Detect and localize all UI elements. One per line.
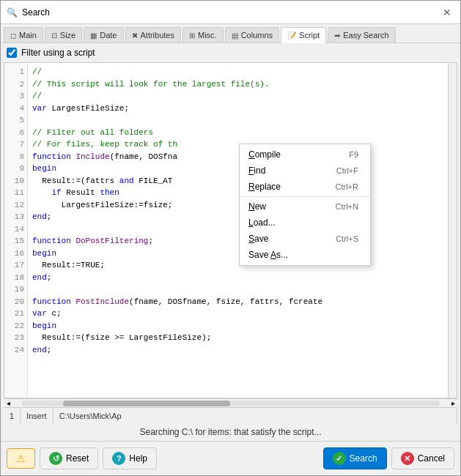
help-label: Help: [129, 453, 147, 464]
tab-main[interactable]: ◻ Main: [4, 27, 43, 42]
menu-save-as-label: Save As...: [248, 250, 300, 260]
menu-item-save[interactable]: Save Ctrl+S: [240, 231, 370, 247]
menu-find-label: Find: [248, 166, 300, 176]
scroll-left-arrow[interactable]: ◂: [4, 399, 12, 407]
tab-main-icon: ◻: [10, 31, 16, 40]
cancel-icon: ✕: [401, 452, 414, 465]
tab-misc-label: Misc.: [198, 31, 217, 40]
help-button[interactable]: ? Help: [103, 447, 157, 469]
menu-load-label: Load...: [248, 217, 300, 228]
tab-main-label: Main: [19, 31, 37, 40]
warning-button[interactable]: ⚠: [7, 448, 35, 469]
warning-icon: ⚠: [16, 453, 26, 464]
tab-size[interactable]: ⊡ Size: [45, 27, 82, 42]
menu-item-replace[interactable]: Replace Ctrl+R: [240, 179, 370, 195]
editor-area: 12345 678910 1112131415 1617181920 21222…: [4, 62, 457, 398]
tab-columns-label: Columns: [241, 31, 273, 40]
horizontal-scrollbar[interactable]: ◂ ▸: [4, 398, 457, 407]
tab-easy-search-icon: ➡: [334, 31, 340, 40]
reset-icon: ↺: [49, 452, 62, 465]
tab-easy-search[interactable]: ➡ Easy Search: [328, 27, 395, 42]
menu-item-compile[interactable]: Compile F9: [240, 146, 370, 163]
tab-easy-search-label: Easy Search: [343, 31, 388, 40]
status-path: C:\Users\Mick\Ap: [54, 408, 457, 423]
tab-misc-icon: ⊞: [189, 31, 195, 40]
tab-columns[interactable]: ▤ Columns: [225, 27, 279, 42]
search-button[interactable]: ✓ Search: [323, 447, 387, 469]
window-icon: 🔍: [7, 7, 18, 18]
cancel-label: Cancel: [418, 453, 445, 464]
main-window: 🔍 Search ✕ ◻ Main ⊡ Size ▦ Date ✖ Attrib…: [0, 0, 461, 476]
reset-button[interactable]: ↺ Reset: [40, 447, 98, 469]
menu-item-new[interactable]: New Ctrl+N: [240, 198, 370, 215]
tab-script-label: Script: [299, 31, 320, 40]
menu-new-shortcut: Ctrl+N: [336, 202, 358, 211]
menu-item-find[interactable]: Find Ctrl+F: [240, 163, 370, 179]
code-editor[interactable]: // // This script will look for the larg…: [28, 63, 448, 398]
menu-save-label: Save: [248, 234, 300, 244]
menu-separator-1: [240, 196, 370, 197]
bottom-bar: ⚠ ↺ Reset ? Help ✓ Search ✕ Cancel: [1, 441, 460, 475]
status-line: 1: [4, 408, 21, 423]
tab-attributes[interactable]: ✖ Attributes: [125, 27, 181, 42]
status-bar: 1 Insert C:\Users\Mick\Ap: [4, 407, 457, 423]
title-bar-left: 🔍 Search: [7, 7, 50, 18]
close-button[interactable]: ✕: [440, 5, 454, 20]
help-icon: ?: [112, 452, 125, 465]
cancel-button[interactable]: ✕ Cancel: [391, 447, 454, 469]
tab-columns-icon: ▤: [232, 31, 238, 40]
menu-item-load[interactable]: Load...: [240, 215, 370, 231]
line-numbers: 12345 678910 1112131415 1617181920 21222…: [4, 63, 28, 398]
search-check-icon: ✓: [333, 452, 346, 465]
tab-date-icon: ▦: [90, 31, 97, 40]
filter-bar: Filter using a script: [1, 43, 460, 62]
menu-replace-label: Replace: [248, 182, 300, 192]
scroll-thumb[interactable]: [63, 401, 230, 406]
tab-script[interactable]: 📝 Script: [281, 27, 326, 43]
menu-new-label: New: [248, 201, 300, 212]
tab-bar: ◻ Main ⊡ Size ▦ Date ✖ Attributes ⊞ Misc…: [1, 24, 460, 43]
tab-date[interactable]: ▦ Date: [84, 27, 123, 42]
search-status-text: Searching C:\ for items: that satisfy th…: [139, 427, 321, 437]
tab-size-icon: ⊡: [51, 31, 57, 40]
search-label: Search: [350, 453, 377, 464]
filter-checkbox[interactable]: [7, 48, 17, 58]
status-mode: Insert: [21, 408, 54, 423]
title-bar: 🔍 Search ✕: [1, 1, 460, 24]
scroll-track: [21, 401, 440, 406]
tab-attributes-icon: ✖: [132, 31, 138, 40]
tab-misc[interactable]: ⊞ Misc.: [182, 27, 224, 42]
search-status: Searching C:\ for items: that satisfy th…: [1, 423, 460, 441]
menu-item-save-as[interactable]: Save As...: [240, 247, 370, 263]
context-menu: Compile F9 Find Ctrl+F Replace Ctrl+R Ne…: [239, 144, 371, 266]
tab-script-icon: 📝: [287, 31, 296, 40]
tab-date-label: Date: [100, 31, 117, 40]
menu-compile-shortcut: F9: [349, 150, 358, 159]
menu-compile-label: Compile: [248, 149, 300, 160]
menu-find-shortcut: Ctrl+F: [336, 166, 358, 175]
filter-label: Filter using a script: [21, 48, 95, 58]
vertical-scrollbar[interactable]: [448, 63, 457, 398]
tab-attributes-label: Attributes: [141, 31, 174, 40]
tab-size-label: Size: [60, 31, 75, 40]
scroll-right-arrow[interactable]: ▸: [449, 399, 457, 407]
window-title: Search: [22, 7, 50, 18]
menu-replace-shortcut: Ctrl+R: [336, 182, 358, 191]
menu-save-shortcut: Ctrl+S: [336, 234, 358, 243]
reset-label: Reset: [66, 453, 89, 464]
